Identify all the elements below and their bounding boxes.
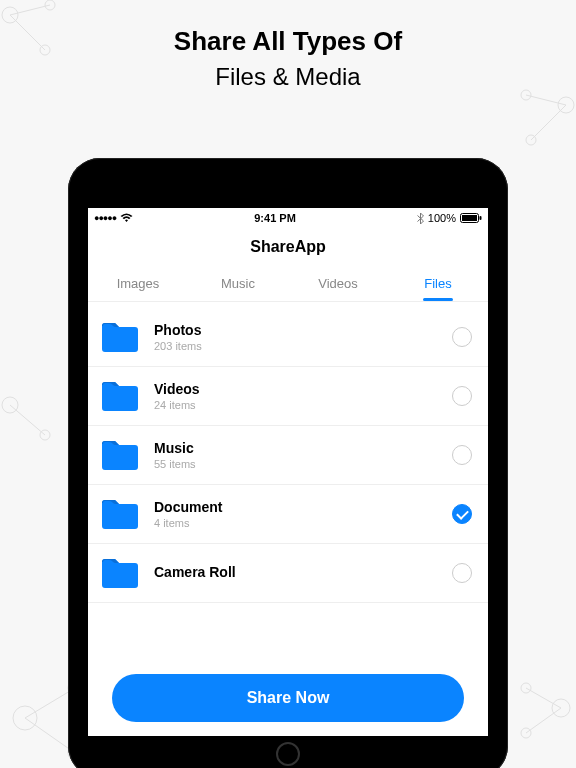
folder-icon bbox=[100, 556, 140, 590]
folder-name: Music bbox=[154, 440, 452, 456]
list-item[interactable]: Music55 items bbox=[88, 426, 488, 485]
screen: ●●●●● 9:41 PM 100% ShareApp ImagesMusicV… bbox=[88, 208, 488, 736]
folder-name: Camera Roll bbox=[154, 564, 452, 580]
folder-name: Document bbox=[154, 499, 452, 515]
folder-icon bbox=[100, 379, 140, 413]
row-text: Document4 items bbox=[154, 499, 452, 529]
tab-files[interactable]: Files bbox=[388, 268, 488, 301]
select-checkbox[interactable] bbox=[452, 386, 472, 406]
list-item[interactable]: Videos24 items bbox=[88, 367, 488, 426]
svg-point-7 bbox=[526, 135, 536, 145]
wifi-icon bbox=[120, 213, 133, 223]
tablet-frame: ●●●●● 9:41 PM 100% ShareApp ImagesMusicV… bbox=[68, 158, 508, 768]
select-checkbox[interactable] bbox=[452, 563, 472, 583]
folder-count: 203 items bbox=[154, 340, 452, 352]
folder-list: Photos203 itemsVideos24 itemsMusic55 ite… bbox=[88, 302, 488, 603]
battery-percent: 100% bbox=[428, 212, 456, 224]
select-checkbox[interactable] bbox=[452, 504, 472, 524]
list-item[interactable]: Photos203 items bbox=[88, 302, 488, 367]
tab-music[interactable]: Music bbox=[188, 268, 288, 301]
headline-line1: Share All Types Of bbox=[0, 26, 576, 57]
svg-line-8 bbox=[526, 95, 566, 105]
folder-icon bbox=[100, 438, 140, 472]
select-checkbox[interactable] bbox=[452, 445, 472, 465]
folder-name: Videos bbox=[154, 381, 452, 397]
row-text: Camera Roll bbox=[154, 564, 452, 582]
folder-icon bbox=[100, 497, 140, 531]
svg-line-22 bbox=[526, 708, 561, 733]
svg-line-21 bbox=[526, 688, 561, 708]
folder-count: 55 items bbox=[154, 458, 452, 470]
app-title: ShareApp bbox=[88, 228, 488, 268]
status-time: 9:41 PM bbox=[254, 212, 296, 224]
svg-point-19 bbox=[521, 683, 531, 693]
row-text: Music55 items bbox=[154, 440, 452, 470]
bluetooth-icon bbox=[417, 213, 424, 224]
tab-bar: ImagesMusicVideosFiles bbox=[88, 268, 488, 302]
row-text: Photos203 items bbox=[154, 322, 452, 352]
svg-point-18 bbox=[552, 699, 570, 717]
svg-line-12 bbox=[10, 405, 45, 435]
share-now-button[interactable]: Share Now bbox=[112, 674, 464, 722]
list-item[interactable]: Camera Roll bbox=[88, 544, 488, 603]
folder-count: 24 items bbox=[154, 399, 452, 411]
svg-rect-25 bbox=[480, 216, 482, 220]
folder-count: 4 items bbox=[154, 517, 452, 529]
tab-videos[interactable]: Videos bbox=[288, 268, 388, 301]
home-button-icon bbox=[276, 742, 300, 766]
list-item[interactable]: Document4 items bbox=[88, 485, 488, 544]
folder-name: Photos bbox=[154, 322, 452, 338]
svg-point-13 bbox=[13, 706, 37, 730]
signal-dots-icon: ●●●●● bbox=[94, 213, 116, 223]
svg-point-6 bbox=[521, 90, 531, 100]
status-bar: ●●●●● 9:41 PM 100% bbox=[88, 208, 488, 228]
select-checkbox[interactable] bbox=[452, 327, 472, 347]
svg-point-10 bbox=[2, 397, 18, 413]
svg-line-9 bbox=[531, 105, 566, 140]
svg-point-20 bbox=[521, 728, 531, 738]
marketing-headline: Share All Types Of Files & Media bbox=[0, 0, 576, 91]
row-text: Videos24 items bbox=[154, 381, 452, 411]
svg-rect-24 bbox=[462, 215, 477, 221]
headline-line2: Files & Media bbox=[0, 63, 576, 91]
battery-icon bbox=[460, 213, 482, 223]
tab-images[interactable]: Images bbox=[88, 268, 188, 301]
folder-icon bbox=[100, 320, 140, 354]
svg-point-5 bbox=[558, 97, 574, 113]
svg-point-11 bbox=[40, 430, 50, 440]
